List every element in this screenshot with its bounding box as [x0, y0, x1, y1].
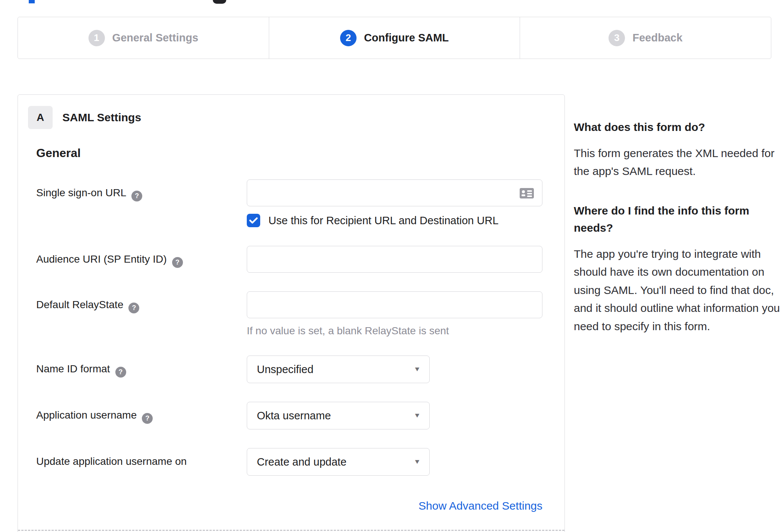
step-3-badge: 3 [609, 30, 625, 46]
update-application-username-label: Update application username on [36, 456, 187, 467]
wizard-stepper: 1 General Settings 2 Configure SAML 3 Fe… [18, 17, 771, 59]
help-heading: What does this form do? [574, 119, 781, 136]
card-title: SAML Settings [62, 111, 141, 124]
name-id-format-value: Unspecified [257, 363, 314, 376]
row-name-id-format: Name ID format? Unspecified ▼ [36, 356, 564, 383]
step-1-label: General Settings [112, 32, 198, 44]
row-update-application-username: Update application username on Create an… [36, 448, 564, 476]
update-application-username-select[interactable]: Create and update ▼ [247, 448, 430, 476]
step-configure-saml: 2 Configure SAML [269, 17, 520, 59]
row-audience-uri: Audience URI (SP Entity ID)? [36, 246, 564, 273]
help-sidebar: What does this form do? This form genera… [574, 119, 781, 357]
step-3-label: Feedback [632, 32, 682, 44]
help-section-what: What does this form do? This form genera… [574, 119, 781, 181]
saml-form: Single sign-on URL? [36, 179, 564, 512]
recipient-destination-checkbox[interactable] [247, 214, 260, 227]
help-icon[interactable]: ? [142, 413, 153, 424]
card-header: A SAML Settings [18, 95, 564, 129]
chevron-down-icon: ▼ [414, 366, 421, 373]
name-id-format-select[interactable]: Unspecified ▼ [247, 356, 430, 383]
help-icon[interactable]: ? [172, 257, 183, 268]
section-a-badge: A [28, 106, 53, 129]
single-sign-on-url-label: Single sign-on URL [36, 187, 126, 198]
show-advanced-settings-link[interactable]: Show Advanced Settings [418, 500, 542, 512]
chevron-down-icon: ▼ [414, 412, 421, 419]
help-body: The app you're trying to integrate with … [574, 245, 781, 336]
step-general-settings: 1 General Settings [18, 17, 269, 59]
help-body: This form generates the XML needed for t… [574, 144, 781, 181]
name-id-format-label: Name ID format [36, 363, 110, 375]
saml-settings-card: A SAML Settings General Single sign-on U… [18, 94, 565, 532]
row-single-sign-on-url: Single sign-on URL? [36, 179, 564, 227]
relaystate-helper-text: If no value is set, a blank RelayState i… [247, 325, 564, 337]
application-username-select[interactable]: Okta username ▼ [247, 402, 430, 429]
cut-off-dark-icon [213, 0, 226, 4]
application-username-value: Okta username [257, 410, 331, 422]
help-icon[interactable]: ? [128, 303, 139, 313]
checkmark-icon [249, 217, 258, 224]
contact-card-icon [519, 188, 534, 199]
default-relaystate-label: Default RelayState [36, 299, 123, 310]
application-username-label: Application username [36, 409, 137, 421]
help-icon[interactable]: ? [115, 367, 126, 378]
cut-off-blue-element [29, 0, 35, 3]
audience-uri-label: Audience URI (SP Entity ID) [36, 253, 167, 265]
update-application-username-value: Create and update [257, 456, 346, 468]
help-section-where: Where do I find the info this form needs… [574, 202, 781, 336]
audience-uri-input[interactable] [247, 246, 542, 273]
step-feedback: 3 Feedback [520, 17, 771, 59]
chevron-down-icon: ▼ [414, 458, 421, 466]
section-dashed-divider [18, 530, 564, 531]
row-application-username: Application username? Okta username ▼ [36, 402, 564, 429]
single-sign-on-url-input[interactable] [247, 179, 542, 206]
step-2-label: Configure SAML [364, 32, 449, 44]
recipient-destination-checkbox-label[interactable]: Use this for Recipient URL and Destinati… [268, 215, 498, 227]
row-default-relaystate: Default RelayState? If no value is set, … [36, 291, 564, 337]
general-section-heading: General [36, 146, 564, 160]
help-icon[interactable]: ? [131, 191, 142, 201]
step-1-badge: 1 [88, 30, 105, 46]
help-heading: Where do I find the info this form needs… [574, 202, 781, 237]
page: 1 General Settings 2 Configure SAML 3 Fe… [0, 0, 781, 532]
step-2-badge: 2 [340, 30, 357, 46]
default-relaystate-input[interactable] [247, 291, 542, 318]
